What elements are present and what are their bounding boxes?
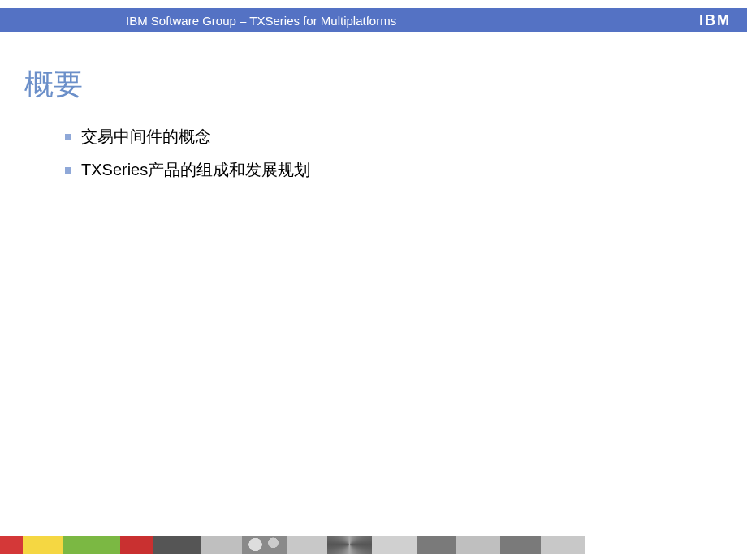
header-text: IBM Software Group – TXSeries for Multip… [126, 14, 396, 28]
bullet-item: TXSeries产品的组成和发展规划 [65, 159, 310, 181]
slide-footer-decoration [0, 536, 747, 554]
slide-title: 概要 [24, 65, 83, 105]
footer-block [0, 536, 23, 554]
footer-block [23, 536, 63, 554]
footer-block [585, 536, 747, 554]
bullet-item: 交易中间件的概念 [65, 126, 310, 148]
footer-block [120, 536, 153, 554]
footer-block [201, 536, 242, 554]
bullet-text: 交易中间件的概念 [81, 126, 211, 148]
bullet-text: TXSeries产品的组成和发展规划 [81, 159, 310, 181]
ibm-logo: IBM [699, 12, 731, 29]
footer-block [417, 536, 456, 554]
footer-block [242, 536, 287, 554]
footer-block [327, 536, 372, 554]
bullet-icon [65, 167, 71, 174]
footer-block [456, 536, 500, 554]
slide-header: IBM Software Group – TXSeries for Multip… [0, 8, 747, 32]
footer-block [287, 536, 327, 554]
slide-content: 交易中间件的概念 TXSeries产品的组成和发展规划 [65, 126, 310, 192]
footer-block [153, 536, 201, 554]
bullet-icon [65, 134, 71, 140]
footer-block [500, 536, 541, 554]
footer-block [63, 536, 120, 554]
footer-block [541, 536, 585, 554]
footer-block [372, 536, 417, 554]
